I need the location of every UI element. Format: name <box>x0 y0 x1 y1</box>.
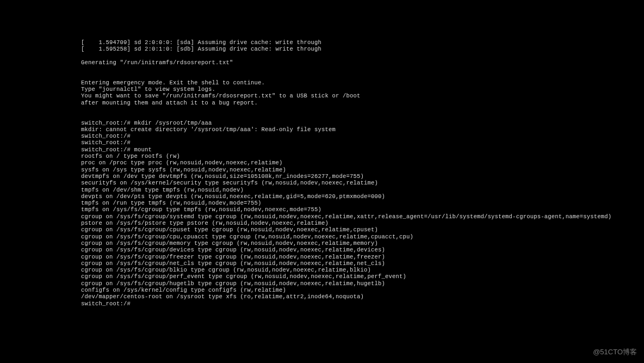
terminal-line <box>81 72 622 79</box>
terminal-line: cgroup on /sys/fs/cgroup/cpuset type cgr… <box>81 226 622 233</box>
terminal-screen: [ 1.594709] sd 2:0:0:0: [sda] Assuming d… <box>0 0 644 363</box>
terminal-line: devpts on /dev/pts type devpts (rw,nosui… <box>81 193 622 200</box>
terminal-line <box>81 113 622 119</box>
terminal-line <box>81 106 622 113</box>
terminal-line: sysfs on /sys type sysfs (rw,nosuid,node… <box>81 167 622 173</box>
terminal-line: cgroup on /sys/fs/cgroup/devices type cg… <box>81 247 622 253</box>
terminal-line: switch_root:/# <box>81 300 622 307</box>
terminal-line: cgroup on /sys/fs/cgroup/systemd type cg… <box>81 213 622 220</box>
terminal-line <box>81 53 622 59</box>
terminal-line: cgroup on /sys/fs/cgroup/net_cls type cg… <box>81 260 622 267</box>
terminal-line: Type "journalctl" to view system logs. <box>81 86 622 93</box>
terminal-line: cgroup on /sys/fs/cgroup/freezer type cg… <box>81 254 622 260</box>
terminal-line: switch_root:/# mkdir /sysroot/tmp/aaa <box>81 120 622 126</box>
terminal-line: after mounting them and attach it to a b… <box>81 100 622 106</box>
terminal-line: tmpfs on /sys/fs/cgroup type tmpfs (rw,n… <box>81 206 622 213</box>
watermark: @51CTO博客 <box>593 347 637 357</box>
terminal-line <box>81 66 622 72</box>
terminal-line: [ 1.594709] sd 2:0:0:0: [sda] Assuming d… <box>81 39 622 46</box>
terminal-line: Entering emergency mode. Exit the shell … <box>81 79 622 86</box>
terminal-line: securityfs on /sys/kernel/security type … <box>81 180 622 186</box>
terminal-line: cgroup on /sys/fs/cgroup/cpu,cpuacct typ… <box>81 233 622 240</box>
terminal-line: proc on /proc type proc (rw,nosuid,nodev… <box>81 159 622 166</box>
terminal-output[interactable]: [ 1.594709] sd 2:0:0:0: [sda] Assuming d… <box>81 39 622 307</box>
terminal-line: cgroup on /sys/fs/cgroup/memory type cgr… <box>81 240 622 247</box>
terminal-line: switch_root:/# <box>81 139 622 146</box>
terminal-line: [ 1.595258] sd 2:0:1:0: [sdb] Assuming d… <box>81 46 622 52</box>
terminal-line: rootfs on / type rootfs (rw) <box>81 153 622 159</box>
terminal-line: pstore on /sys/fs/pstore type pstore (rw… <box>81 220 622 226</box>
terminal-line: tmpfs on /dev/shm type tmpfs (rw,nosuid,… <box>81 187 622 193</box>
terminal-line: cgroup on /sys/fs/cgroup/hugetlb type cg… <box>81 280 622 287</box>
terminal-line: switch_root:/# <box>81 133 622 139</box>
terminal-line: tmpfs on /run type tmpfs (rw,nosuid,node… <box>81 200 622 206</box>
terminal-line: cgroup on /sys/fs/cgroup/perf_event type… <box>81 273 622 280</box>
terminal-line: devtmpfs on /dev type devtmpfs (rw,nosui… <box>81 173 622 180</box>
terminal-line: cgroup on /sys/fs/cgroup/blkio type cgro… <box>81 267 622 273</box>
terminal-line: switch_root:/# mount <box>81 146 622 153</box>
terminal-line: mkdir: cannot create directory '/sysroot… <box>81 126 622 133</box>
terminal-line: configfs on /sys/kernel/config type conf… <box>81 287 622 293</box>
terminal-line: /dev/mapper/centos-root on /sysroot type… <box>81 293 622 300</box>
terminal-line: Generating "/run/initramfs/rdsosreport.t… <box>81 59 622 66</box>
terminal-line: You might want to save "/run/initramfs/r… <box>81 93 622 99</box>
